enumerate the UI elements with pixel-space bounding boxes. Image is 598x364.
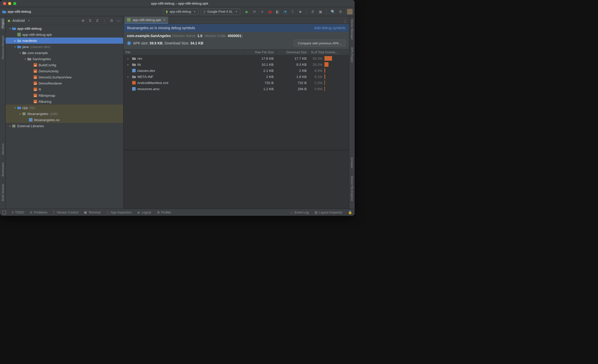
stop-button[interactable]: ■ bbox=[298, 10, 302, 14]
tree-node-label: R bbox=[39, 88, 41, 91]
tool-tab-resource-manager[interactable]: Resource Manager bbox=[1, 34, 5, 61]
tree-node-class[interactable]: R$string bbox=[6, 98, 123, 105]
expand-all-icon[interactable]: ⇅ bbox=[88, 19, 93, 23]
tree-node-cpp[interactable]: ▾ cpp (lib) bbox=[6, 105, 123, 111]
tree-node-so-file[interactable]: libsanangeles.so bbox=[6, 117, 123, 123]
table-row[interactable]: AndroidManifest.xml732 B732 B2.2% bbox=[123, 80, 349, 86]
version-info: (Version Name: 1.0, Version Code: 400000… bbox=[172, 34, 243, 38]
hide-panel-icon[interactable]: — bbox=[116, 19, 121, 23]
close-tab-icon[interactable]: ✕ bbox=[163, 18, 166, 22]
user-avatar[interactable] bbox=[347, 9, 353, 14]
tool-tab-build-variants[interactable]: Build Variants bbox=[1, 183, 5, 203]
status-app-inspection[interactable]: ⬚App Inspection bbox=[106, 210, 132, 214]
run-button[interactable]: ▶ bbox=[245, 10, 249, 14]
column-header-download[interactable]: Download Size bbox=[277, 49, 310, 55]
status-vcs[interactable]: ᚶVersion Control bbox=[53, 211, 78, 214]
tool-tab-structure[interactable]: Structure bbox=[1, 142, 5, 156]
tool-tab-apk-project[interactable]: APK Project bbox=[350, 46, 354, 64]
tool-tab-project[interactable]: Project bbox=[1, 18, 5, 29]
version-close: ) bbox=[242, 34, 243, 38]
project-tool-window: ◆ Android ▼ ⊕ ⇅ ⇵ | ⚙ — ▾ app-x86-debug bbox=[6, 16, 123, 209]
package-folder-icon bbox=[27, 57, 32, 60]
avd-manager-button[interactable]: ▣ bbox=[318, 10, 322, 14]
column-header-file[interactable]: File bbox=[123, 51, 244, 54]
tool-tab-emulator[interactable]: Emulator bbox=[350, 156, 354, 170]
table-row[interactable]: ▸META-INF2 KB1.9 KB6.1% bbox=[123, 74, 349, 80]
status-todo[interactable]: ≡TODO bbox=[12, 211, 24, 214]
tree-node-java[interactable]: ▾ java (classes.dex) bbox=[6, 44, 123, 50]
percent-label: 2.2% bbox=[311, 81, 322, 85]
status-layout-inspector[interactable]: ▥Layout Inspector bbox=[314, 210, 342, 214]
table-row[interactable]: ▸lib10.1 KB9.3 KB29.2% bbox=[123, 61, 349, 68]
library-icon bbox=[22, 112, 26, 115]
sync-button[interactable]: ⇵ bbox=[311, 10, 315, 14]
maximize-window-button[interactable] bbox=[13, 2, 16, 5]
tree-node-class[interactable]: R$mipmap bbox=[6, 92, 123, 98]
tree-node-class[interactable]: DemoGLSurfaceView bbox=[6, 74, 123, 80]
tool-tab-device-file-explorer[interactable]: Device File Explorer bbox=[350, 175, 354, 203]
banner-action-link[interactable]: Add debug symbols bbox=[314, 26, 345, 30]
table-row[interactable]: classes.dex2.1 KB2 KB6.3% bbox=[123, 68, 349, 74]
svg-rect-15 bbox=[23, 112, 23, 115]
breadcrumb[interactable]: app-x86-debug bbox=[2, 10, 31, 13]
tree-node-class[interactable]: BuildConfig bbox=[6, 62, 123, 68]
tool-tab-bookmarks[interactable]: Bookmarks bbox=[1, 161, 5, 178]
column-header-raw[interactable]: Raw File Size bbox=[244, 49, 277, 55]
profiler-button[interactable]: ◔ bbox=[283, 10, 287, 14]
settings-gear-icon[interactable]: ⚙ bbox=[109, 19, 114, 23]
tree-node-manifests[interactable]: ▸ manifests bbox=[6, 38, 123, 44]
tree-node-label: manifests bbox=[22, 39, 37, 43]
status-logcat[interactable]: ≣Logcat bbox=[137, 210, 151, 214]
project-view-mode[interactable]: Android bbox=[12, 19, 25, 23]
minimize-window-button[interactable] bbox=[8, 2, 11, 5]
collapse-all-icon[interactable]: ⇵ bbox=[95, 19, 100, 23]
tree-node-external-libs[interactable]: ▸ External Libraries bbox=[6, 123, 123, 129]
tool-window-toggle-icon[interactable] bbox=[3, 211, 6, 214]
tree-node-module[interactable]: ▾ app-x86-debug bbox=[6, 25, 123, 31]
compare-apk-button[interactable]: Compare with previous APK... bbox=[294, 40, 345, 47]
status-profiler[interactable]: ◔Profiler bbox=[157, 210, 171, 214]
tree-node-class[interactable]: DemoRenderer bbox=[6, 80, 123, 86]
run-config-selector[interactable]: ▮ app-x86-debug ▼ bbox=[163, 8, 199, 15]
tree-node-apk[interactable]: app-x86-debug.apk bbox=[6, 31, 123, 38]
svg-rect-22 bbox=[127, 18, 131, 22]
xml-icon bbox=[132, 81, 136, 85]
svg-rect-17 bbox=[25, 112, 25, 115]
status-label: Layout Inspector bbox=[319, 211, 342, 214]
status-terminal[interactable]: ▣Terminal bbox=[84, 210, 100, 214]
tab-options-icon[interactable]: ⋮ bbox=[343, 19, 347, 24]
file-name: lib bbox=[137, 63, 141, 67]
chevron-right-icon: ▸ bbox=[125, 57, 131, 60]
close-window-button[interactable] bbox=[3, 2, 6, 5]
raw-size: 1.2 KB bbox=[244, 87, 277, 91]
tool-tab-device-manager[interactable]: Device Manager bbox=[350, 18, 354, 41]
svg-rect-18 bbox=[29, 118, 33, 122]
select-opened-file-icon[interactable]: ⊕ bbox=[81, 19, 86, 23]
apply-changes-button[interactable]: ⟳ bbox=[253, 10, 257, 14]
tree-node-class[interactable]: DemoActivity bbox=[6, 68, 123, 74]
status-problems[interactable]: ⊘Problems bbox=[30, 210, 48, 214]
search-everywhere-button[interactable]: 🔍 bbox=[331, 10, 335, 14]
coverage-button[interactable]: ◧ bbox=[275, 10, 279, 14]
device-selector[interactable]: ▯ Google Pixel 4 XL ▼ bbox=[201, 8, 240, 15]
chevron-down-icon: ▾ bbox=[23, 58, 27, 60]
tree-node-package[interactable]: ▾ com.example bbox=[6, 50, 123, 56]
table-row[interactable]: ▸res17.8 KB17.7 KB55.3% bbox=[123, 55, 349, 61]
tree-node-label: BuildConfig bbox=[39, 63, 56, 67]
table-row[interactable]: resources.arsc1.2 KB294 B0.9% bbox=[123, 86, 349, 92]
tree-node-label: DemoRenderer bbox=[39, 81, 62, 85]
column-header-percent[interactable]: % of Total Downlo... bbox=[310, 49, 349, 55]
tree-node-class[interactable]: R bbox=[6, 86, 123, 92]
debug-button[interactable]: 🐞 bbox=[268, 10, 272, 14]
attach-debugger-button[interactable]: ⇩ bbox=[291, 10, 295, 14]
apply-code-changes-button[interactable]: ≡ bbox=[260, 10, 264, 14]
editor-tab[interactable]: app-x86-debug.apk ✕ bbox=[124, 16, 168, 24]
raw-size: 17.8 KB bbox=[244, 57, 277, 60]
tree-node-lib-folder[interactable]: ▾ libsanangeles (x86) bbox=[6, 111, 123, 117]
tree-node-package[interactable]: ▾ SanAngeles bbox=[6, 56, 123, 62]
status-event-log[interactable]: ◌Event Log bbox=[290, 210, 309, 214]
settings-button[interactable]: ⚙ bbox=[338, 10, 342, 14]
project-tree[interactable]: ▾ app-x86-debug app-x86-debug.apk ▸ mani… bbox=[6, 25, 123, 209]
tree-node-label: DemoGLSurfaceView bbox=[39, 75, 72, 79]
lock-icon[interactable]: 🔒 bbox=[348, 210, 352, 214]
